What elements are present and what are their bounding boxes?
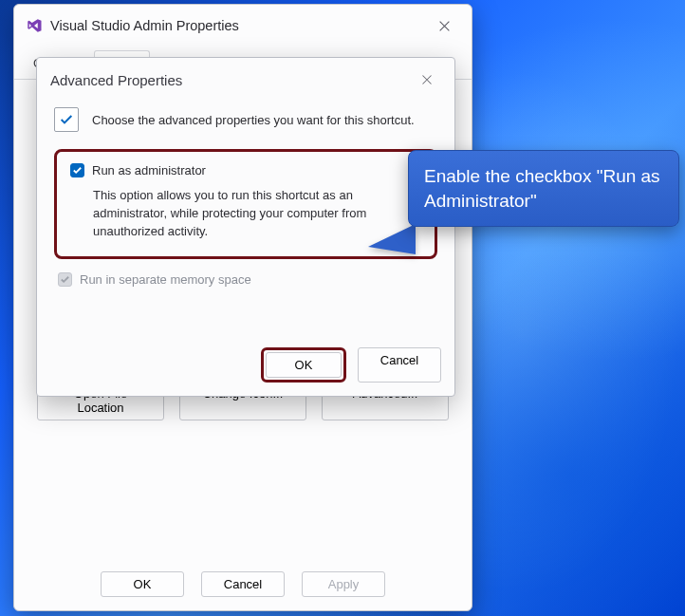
checkmark-icon <box>60 274 70 285</box>
properties-cancel-button[interactable]: Cancel <box>201 571 285 597</box>
advanced-body: Choose the advanced properties you want … <box>37 98 454 287</box>
advanced-footer: OK Cancel <box>261 347 441 383</box>
properties-ok-button[interactable]: OK <box>101 571 184 597</box>
properties-title: Visual Studio Admin Properties <box>50 18 420 33</box>
separate-memory-label: Run in separate memory space <box>80 272 251 287</box>
properties-close-button[interactable] <box>428 12 460 39</box>
callout-text: Enable the checkbox "Run as Administrato… <box>424 166 660 211</box>
run-as-admin-checkbox[interactable] <box>70 163 84 177</box>
properties-apply-button: Apply <box>302 571 385 597</box>
separate-memory-row: Run in separate memory space <box>54 272 437 287</box>
callout-tail <box>368 224 416 254</box>
advanced-info-text: Choose the advanced properties you want … <box>92 113 415 127</box>
visual-studio-icon <box>26 17 43 34</box>
advanced-titlebar: Advanced Properties <box>37 58 454 98</box>
checkmark-icon <box>72 165 83 176</box>
properties-titlebar: Visual Studio Admin Properties <box>14 5 472 45</box>
advanced-close-button[interactable] <box>413 67 441 92</box>
advanced-cancel-button[interactable]: Cancel <box>358 347 441 383</box>
advanced-ok-button[interactable]: OK <box>266 352 342 378</box>
close-icon <box>438 20 451 32</box>
instruction-callout: Enable the checkbox "Run as Administrato… <box>408 150 679 227</box>
advanced-title: Advanced Properties <box>50 72 413 88</box>
properties-footer: OK Cancel Apply <box>14 571 472 597</box>
close-icon <box>421 74 433 85</box>
info-check-icon <box>54 107 79 132</box>
separate-memory-checkbox <box>58 272 72 287</box>
run-as-admin-label[interactable]: Run as administrator <box>92 163 206 177</box>
advanced-info-row: Choose the advanced properties you want … <box>54 107 437 132</box>
ok-button-highlight: OK <box>261 347 346 383</box>
run-as-admin-row: Run as administrator <box>70 163 421 177</box>
